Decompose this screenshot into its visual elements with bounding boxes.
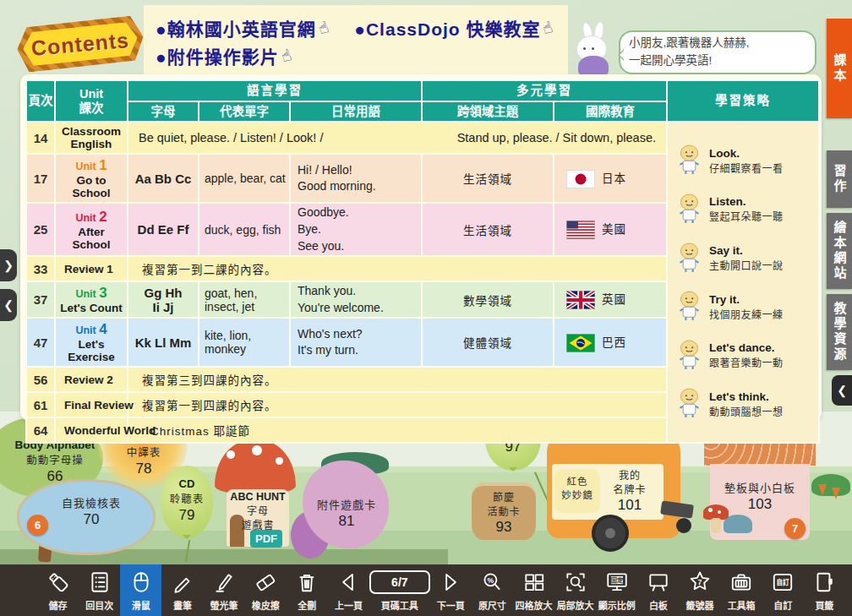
shortcut-cd-list[interactable]: CD 聆聽表 79 — [161, 477, 213, 524]
page-title: Contents — [21, 21, 139, 67]
words-cell: apple, bear, cat — [199, 154, 290, 203]
unit-cell: Classroom English — [55, 122, 128, 154]
page-indicator-right: 7 — [784, 518, 806, 539]
zoom-orig-icon: % — [480, 570, 504, 594]
tool-star7[interactable]: 7籤號器 — [679, 564, 720, 616]
sidebar-tab-4[interactable]: 教學資源 — [827, 294, 852, 370]
ebook-reader: ●翰林國小英語官網☝ ●ClassDojo 快樂教室☝ ●附件操作影片☝ Con… — [0, 0, 852, 616]
robot-icon — [675, 386, 703, 422]
tool-label: 局部放大 — [557, 598, 594, 612]
toc-icon — [88, 570, 112, 594]
tool-zoom-orig[interactable]: %原尺寸 — [472, 564, 513, 616]
phrases-cell: Goodbye. Bye. See you. — [290, 203, 422, 256]
svg-text:自訂: 自訂 — [777, 578, 790, 586]
shortcut-name-card[interactable]: 我的 名牌卡 101 — [604, 467, 656, 514]
strategy-item: Listen.豎起耳朵聽一聽 — [675, 192, 816, 227]
flag-japan-icon — [566, 172, 595, 185]
prev-icon — [336, 570, 360, 594]
strategy-item: Look.仔細觀察看一看 — [675, 143, 816, 178]
mushroom-house-cap — [215, 440, 296, 494]
strategy-item: Try it.找個朋友練一練 — [675, 289, 816, 324]
tool-custom[interactable]: 自訂自訂 — [762, 564, 804, 616]
tool-highlighter[interactable]: 螢光筆 — [204, 564, 245, 616]
table-row-14: 14Classroom EnglishBe quiet, please. / L… — [26, 122, 819, 154]
col-group-language: 語言學習 — [128, 80, 422, 101]
tool-ratio[interactable]: 固定顯示比例 — [596, 564, 637, 616]
shortcut-self-check[interactable]: 自我檢核表 70 — [49, 494, 134, 528]
country-cell: 美國 — [554, 203, 667, 256]
col-header-unit: Unit課次 — [55, 80, 128, 122]
robot-icon — [675, 143, 703, 178]
sidebar-collapse-arrow[interactable]: ❮ — [832, 375, 852, 406]
tool-label: 籤號器 — [686, 598, 714, 612]
shortcut-abc-hunt[interactable]: ABC HUNT 字母 遊戲書 — [221, 491, 294, 532]
tool-grid4[interactable]: 四格放大 — [513, 564, 554, 616]
tool-label: 全刪 — [298, 598, 316, 612]
domain-cell: 健體領域 — [422, 318, 554, 367]
grid4-icon — [522, 570, 546, 594]
sidebar-tab-1[interactable]: 課本 — [827, 19, 852, 118]
page-indicator-box[interactable]: 6/7 — [369, 570, 430, 594]
edge-prev-arrow[interactable]: ❮ — [0, 289, 17, 321]
tool-pagebox[interactable]: 6/7頁碼工具 — [369, 564, 430, 616]
svg-text:%: % — [488, 576, 494, 585]
shortcut-body-alphabet[interactable]: Body Alphabet 動動字母操 66 — [5, 439, 105, 485]
col-header-cross-domain: 跨領域主題 — [422, 101, 554, 123]
eraser-icon — [254, 570, 277, 594]
tool-toolbox[interactable]: 工具箱 — [721, 564, 762, 616]
tool-label: 原尺寸 — [478, 598, 506, 612]
link-classdojo[interactable]: ●ClassDojo 快樂教室☝ — [354, 15, 554, 41]
robot-icon — [675, 241, 703, 276]
shortcut-board-set[interactable]: 墊板與小白板 103 — [717, 479, 803, 513]
tool-next[interactable]: 下一頁 — [430, 564, 472, 616]
shortcut-festival-cards[interactable]: 節慶 活動卡 93 — [475, 489, 532, 536]
strategies-cell: Look.仔細觀察看一看Listen.豎起耳朵聽一聽Say it.主動開口說一說… — [667, 122, 819, 443]
words-cell: kite, lion, monkey — [199, 318, 290, 367]
tool-board[interactable]: 白板 — [637, 564, 679, 616]
shortcut-game-cards[interactable]: 附件遊戲卡 81 — [306, 496, 387, 530]
link-attachment-video[interactable]: ●附件操作影片☝ — [156, 43, 292, 68]
tool-zoom-part[interactable]: 局部放大 — [554, 564, 596, 616]
contents-table: 頁次Unit課次語言學習多元學習學習策略字母代表單字日常用語跨領域主題國際教育1… — [25, 79, 820, 444]
tool-label: 白板 — [649, 598, 668, 612]
link-hanlin-website[interactable]: ●翰林國小英語官網☝ — [156, 15, 329, 41]
tool-save[interactable]: 儲存 — [37, 564, 79, 616]
tool-mouse[interactable]: 滑鼠 — [120, 564, 161, 616]
tool-prev[interactable]: 上一頁 — [328, 564, 369, 616]
page-number-cell: 17 — [26, 154, 55, 203]
phrases-span-cell: Be quiet, please. / Listen! / Look! /Sta… — [128, 122, 667, 154]
save-icon — [46, 570, 70, 594]
edge-next-arrow[interactable]: ❯ — [0, 249, 17, 281]
toolbar: 儲存回目次滑鼠畫筆螢光筆橡皮擦全刪上一頁6/7頁碼工具下一頁%原尺寸四格放大局部… — [0, 564, 852, 616]
page-number-cell: 47 — [26, 318, 55, 367]
sidebar-tab-3[interactable]: 繪本網站 — [827, 213, 852, 289]
tool-label: 頁籤 — [815, 598, 833, 612]
zoom-part-icon — [564, 570, 587, 594]
tool-toc[interactable]: 回目次 — [79, 564, 120, 616]
tool-trash[interactable]: 全刪 — [287, 564, 328, 616]
tool-pen[interactable]: 畫筆 — [161, 564, 203, 616]
sidebar-tab-2[interactable]: 習作 — [827, 150, 852, 208]
tool-pagetab[interactable]: 頁籤 — [804, 564, 845, 616]
ratio-icon: 固定 — [605, 570, 629, 594]
page-number-cell: 14 — [26, 122, 55, 154]
country-cell: 英國 — [554, 281, 667, 318]
col-header-words: 代表單字 — [199, 101, 290, 123]
words-cell: goat, hen, insect, jet — [199, 281, 290, 318]
letters-cell: Kk Ll Mm — [128, 318, 199, 367]
leaf-decoration — [724, 515, 752, 533]
mouse-icon — [129, 570, 153, 594]
letters-cell: Dd Ee Ff — [128, 203, 199, 256]
unit-cell: Unit 3Let's Count — [55, 281, 128, 318]
col-header-phrases: 日常用語 — [290, 101, 422, 123]
review-title-cell: Wonderful World — [55, 417, 128, 443]
shortcut-red-mirror[interactable]: 紅色 妙妙鏡 — [556, 474, 598, 501]
tool-eraser[interactable]: 橡皮擦 — [245, 564, 287, 616]
tool-label: 回目次 — [85, 598, 113, 612]
strategy-item: Say it.主動開口說一說 — [675, 241, 816, 276]
col-group-multi: 多元學習 — [422, 80, 667, 101]
letters-cell: Aa Bb Cc — [128, 154, 199, 203]
pdf-badge[interactable]: PDF — [250, 530, 282, 548]
review-text-cell: Christmas 耶誕節 — [128, 417, 667, 443]
toolbox-icon — [729, 570, 753, 594]
